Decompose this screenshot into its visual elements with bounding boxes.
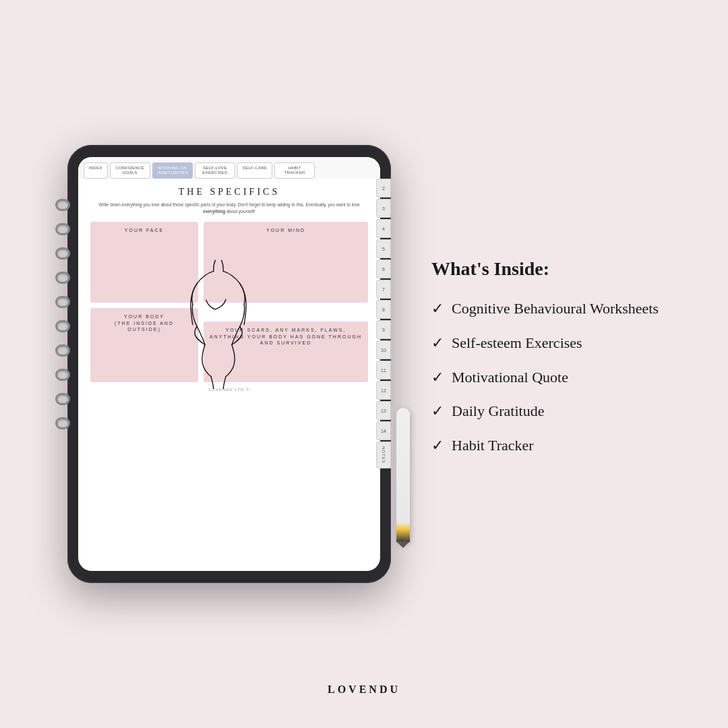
page-tab-3[interactable]: 3 bbox=[376, 199, 391, 218]
page-tab-4[interactable]: 4 bbox=[376, 219, 391, 238]
feature-item-5: ✓ Habit Tracker bbox=[431, 435, 661, 456]
feature-item-3: ✓ Motivational Quote bbox=[431, 367, 661, 388]
page-tab-10[interactable]: 10 bbox=[376, 340, 391, 359]
feature-text-3: Motivational Quote bbox=[452, 367, 568, 388]
page-tab-12[interactable]: 12 bbox=[376, 381, 391, 400]
stylus-pencil bbox=[396, 408, 410, 543]
page-tabs: 2 3 4 5 6 7 8 9 10 11 12 13 14 NOTES bbox=[376, 179, 391, 468]
ring-3 bbox=[55, 247, 70, 260]
page-tab-7[interactable]: 7 bbox=[376, 280, 391, 299]
spec-box-scars-label: YOUR SCARS, ANY MARKS, FLAWS, ANYTHING Y… bbox=[209, 327, 363, 346]
page-content: THE SPECIFICS Write down everything you … bbox=[78, 179, 380, 400]
page-subtitle: Write down everything you love about the… bbox=[90, 202, 368, 215]
checkmark-2: ✓ bbox=[431, 334, 444, 352]
tab-confidence-goals[interactable]: CONFIDENCE GOALS bbox=[110, 162, 150, 179]
right-content-panel: What's Inside: ✓ Cognitive Behavioural W… bbox=[418, 258, 661, 470]
spec-box-your-mind: YOUR MIND bbox=[204, 222, 368, 303]
feature-text-5: Habit Tracker bbox=[452, 435, 534, 456]
whats-inside-heading: What's Inside: bbox=[431, 258, 661, 280]
spec-box-your-body: YOUR BODY (THE INSIDE AND OUTSIDE) bbox=[90, 308, 198, 382]
checkmark-4: ✓ bbox=[431, 402, 444, 420]
page-tab-9[interactable]: 9 bbox=[376, 320, 391, 339]
page-tab-11[interactable]: 11 bbox=[376, 361, 391, 380]
main-container: 2 3 4 5 6 7 8 9 10 11 12 13 14 NOTES IND… bbox=[0, 0, 728, 728]
feature-item-2: ✓ Self-esteem Exercises bbox=[431, 333, 661, 354]
page-tab-notes[interactable]: NOTES bbox=[376, 442, 391, 468]
checkmark-5: ✓ bbox=[431, 437, 444, 454]
page-tab-14[interactable]: 14 bbox=[376, 421, 391, 440]
spec-box-body-label: YOUR BODY (THE INSIDE AND OUTSIDE) bbox=[96, 313, 193, 333]
page-title: THE SPECIFICS bbox=[90, 187, 368, 198]
feature-item-1: ✓ Cognitive Behavioural Worksheets bbox=[431, 299, 661, 320]
tab-self-love[interactable]: SELF-LOVE EXERCISES bbox=[195, 162, 235, 179]
tablet-screen: INDEX CONFIDENCE GOALS WORKING ON INSECU… bbox=[78, 157, 380, 571]
ring-6 bbox=[55, 320, 70, 332]
checkmark-1: ✓ bbox=[431, 300, 444, 317]
ring-1 bbox=[55, 199, 70, 211]
tab-working-on-insecurities[interactable]: WORKING ON INSECURITIES bbox=[152, 162, 193, 179]
page-tab-2[interactable]: 2 bbox=[376, 179, 391, 198]
page-tab-6[interactable]: 6 bbox=[376, 260, 391, 278]
page-tab-8[interactable]: 8 bbox=[376, 300, 391, 319]
ring-4 bbox=[55, 272, 70, 284]
page-tab-5[interactable]: 5 bbox=[376, 239, 391, 258]
ring-8 bbox=[55, 369, 70, 381]
feature-text-4: Daily Gratitude bbox=[452, 401, 544, 422]
tab-habit-tracker[interactable]: HABIT TRACKER bbox=[274, 162, 315, 179]
spec-box-face-label: YOUR FACE bbox=[96, 227, 193, 234]
tab-self-care[interactable]: SELF-CARE bbox=[237, 162, 272, 179]
ring-10 bbox=[55, 417, 70, 429]
specifics-grid: YOUR FACE YOUR MIND YOUR BODY (THE INSID… bbox=[90, 222, 368, 382]
feature-text-2: Self-esteem Exercises bbox=[452, 333, 582, 354]
spec-box-your-scars: YOUR SCARS, ANY MARKS, FLAWS, ANYTHING Y… bbox=[204, 322, 368, 382]
tablet-wrapper: 2 3 4 5 6 7 8 9 10 11 12 13 14 NOTES IND… bbox=[67, 145, 391, 583]
checkmark-3: ✓ bbox=[431, 369, 444, 386]
ring-9 bbox=[55, 393, 70, 405]
tab-index[interactable]: INDEX bbox=[84, 162, 108, 179]
navigation-tabs: INDEX CONFIDENCE GOALS WORKING ON INSECU… bbox=[78, 157, 380, 179]
tablet-device: 2 3 4 5 6 7 8 9 10 11 12 13 14 NOTES IND… bbox=[67, 145, 391, 583]
spiral-rings bbox=[55, 199, 70, 429]
ring-5 bbox=[55, 296, 70, 308]
ring-2 bbox=[55, 223, 70, 235]
spec-box-your-face: YOUR FACE bbox=[90, 222, 198, 303]
feature-text-1: Cognitive Behavioural Worksheets bbox=[452, 299, 659, 320]
spec-box-mind-label: YOUR MIND bbox=[209, 227, 363, 234]
feature-item-4: ✓ Daily Gratitude bbox=[431, 401, 661, 422]
ring-7 bbox=[55, 344, 70, 357]
brand-footer: LOVENDU bbox=[328, 684, 400, 696]
page-tab-13[interactable]: 13 bbox=[376, 401, 391, 420]
page-footer: LOVENDU LTD © bbox=[90, 388, 368, 392]
